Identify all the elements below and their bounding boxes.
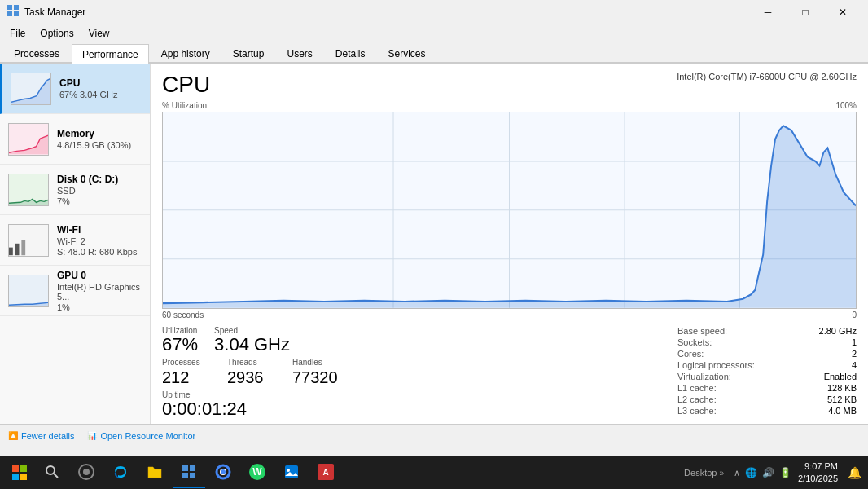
- sockets-key: Sockets:: [677, 337, 712, 347]
- disk-sidebar-info: Disk 0 (C: D:) SSD 7%: [57, 174, 142, 206]
- panel-title: CPU: [162, 72, 210, 98]
- wifi-thumbnail: [8, 224, 49, 257]
- tabs-bar: Processes Performance App history Startu…: [0, 42, 868, 64]
- util-label-stat: Utilization: [162, 326, 198, 335]
- network-icon[interactable]: 🌐: [745, 467, 757, 478]
- fewer-details-link[interactable]: 🔼 Fewer details: [8, 431, 74, 441]
- tab-services[interactable]: Services: [378, 44, 436, 62]
- start-button[interactable]: [7, 460, 33, 486]
- taskbar-search[interactable]: [36, 457, 68, 488]
- taskbar-explorer[interactable]: [138, 457, 171, 488]
- sidebar: CPU 67% 3.04 GHz Memory 4.8/15.9 GB (30%…: [0, 64, 151, 424]
- cores-val: 2: [852, 349, 857, 359]
- tab-users[interactable]: Users: [276, 44, 322, 62]
- info-sockets: Sockets: 1: [677, 337, 857, 347]
- menu-options[interactable]: Options: [33, 26, 80, 41]
- gpu-sidebar-info: GPU 0 Intel(R) HD Graphics 5... 1%: [57, 270, 142, 312]
- wifi-name: Wi-Fi: [57, 224, 142, 236]
- base-speed-key: Base speed:: [677, 326, 727, 336]
- app-icon: [7, 4, 20, 20]
- taskbar-edge[interactable]: [104, 457, 137, 488]
- sidebar-item-disk[interactable]: Disk 0 (C: D:) SSD 7%: [0, 165, 150, 215]
- menu-view[interactable]: View: [82, 26, 116, 41]
- info-cores: Cores: 2: [677, 349, 857, 359]
- util-label: % Utilization: [162, 101, 207, 110]
- speed-label: Speed: [214, 326, 290, 335]
- title-bar: Task Manager ─ □ ✕: [0, 0, 868, 24]
- sidebar-item-memory[interactable]: Memory 4.8/15.9 GB (30%): [0, 114, 150, 165]
- taskbar-photos[interactable]: [275, 457, 308, 488]
- svg-rect-7: [9, 247, 13, 255]
- tab-startup[interactable]: Startup: [222, 44, 275, 62]
- svg-rect-26: [182, 465, 188, 471]
- menu-bar: File Options View: [0, 24, 868, 42]
- sidebar-item-cpu[interactable]: CPU 67% 3.04 GHz: [0, 64, 150, 114]
- disk-detail2: 7%: [57, 196, 142, 206]
- svg-rect-22: [12, 474, 19, 480]
- panel-subtitle: Intel(R) Core(TM) i7-6600U CPU @ 2.60GHz: [677, 72, 857, 82]
- systray: ∧ 🌐 🔊 🔋: [734, 467, 791, 478]
- taskbar-cortana[interactable]: [70, 457, 103, 488]
- time-label-right: 0: [852, 311, 857, 319]
- svg-point-24: [46, 466, 55, 474]
- minimize-button[interactable]: ─: [749, 0, 787, 24]
- sidebar-item-wifi[interactable]: Wi-Fi Wi-Fi 2 S: 48.0 R: 680 Kbps: [0, 215, 150, 266]
- taskbar-time: 9:07 PM: [798, 460, 838, 473]
- cores-key: Cores:: [677, 349, 704, 359]
- menu-file[interactable]: File: [3, 26, 32, 41]
- util-value: 67%: [162, 335, 198, 355]
- open-resource-monitor-link[interactable]: 📊 Open Resource Monitor: [87, 431, 195, 441]
- svg-rect-33: [285, 465, 298, 478]
- cpu-detail: 67% 3.04 GHz: [59, 90, 142, 99]
- stat-sub-row-values: 212 2936 77320: [162, 368, 664, 387]
- info-l1: L1 cache: 128 KB: [677, 383, 857, 393]
- stats-left: Utilization 67% Speed 3.04 GHz Processes…: [162, 326, 664, 419]
- info-virt: Virtualization: Enabled: [677, 372, 857, 381]
- show-hidden-icon[interactable]: ∧: [734, 468, 740, 478]
- svg-marker-6: [9, 199, 48, 205]
- memory-detail: 4.8/15.9 GB (30%): [57, 140, 142, 150]
- info-l2: L2 cache: 512 KB: [677, 394, 857, 404]
- stat-sub-row-labels: Processes Threads Handles: [162, 358, 664, 367]
- taskbar-taskmanager[interactable]: [173, 457, 205, 488]
- speed-value: 3.04 GHz: [214, 335, 290, 355]
- panel-header: CPU Intel(R) Core(TM) i7-6600U CPU @ 2.6…: [162, 72, 857, 98]
- cpu-name: CPU: [59, 77, 142, 89]
- notification-icon[interactable]: 🔔: [848, 466, 861, 479]
- taskbar-right: Desktop » ∧ 🌐 🔊 🔋 9:07 PM 2/10/2025 🔔: [684, 460, 861, 486]
- gpu-thumbnail: [8, 275, 49, 307]
- tab-processes[interactable]: Processes: [3, 44, 70, 62]
- gpu-detail2: 1%: [57, 302, 142, 312]
- svg-point-34: [287, 469, 290, 472]
- tab-apphistory[interactable]: App history: [151, 44, 221, 62]
- taskbar-chrome[interactable]: [207, 457, 239, 488]
- sidebar-item-gpu[interactable]: GPU 0 Intel(R) HD Graphics 5... 1%: [0, 266, 150, 316]
- taskbar-clock[interactable]: 9:07 PM 2/10/2025: [798, 460, 838, 486]
- maximize-button[interactable]: □: [787, 0, 824, 24]
- taskbar-whatsapp[interactable]: W: [241, 457, 274, 488]
- sockets-val: 1: [852, 337, 857, 347]
- battery-icon[interactable]: 🔋: [779, 467, 791, 478]
- taskbar-desktop-label[interactable]: Desktop »: [684, 468, 724, 478]
- volume-icon[interactable]: 🔊: [762, 467, 774, 478]
- cpu-info-table: Base speed: 2.80 GHz Sockets: 1 Cores: 2…: [677, 326, 857, 416]
- wifi-detail2: S: 48.0 R: 680 Kbps: [57, 247, 142, 257]
- processes-value: 212: [162, 368, 211, 387]
- main-content: CPU 67% 3.04 GHz Memory 4.8/15.9 GB (30%…: [0, 64, 868, 424]
- taskbar-app9[interactable]: A: [309, 457, 342, 488]
- svg-rect-27: [190, 465, 195, 471]
- disk-detail1: SSD: [57, 186, 142, 196]
- fewer-details-label: Fewer details: [21, 431, 74, 441]
- tab-performance[interactable]: Performance: [72, 44, 149, 64]
- close-button[interactable]: ✕: [824, 0, 861, 24]
- gpu-detail1: Intel(R) HD Graphics 5...: [57, 282, 142, 302]
- handles-value: 77320: [292, 368, 341, 387]
- l3-key: L3 cache:: [677, 406, 717, 416]
- svg-rect-1: [14, 5, 19, 10]
- chart-time-labels: 60 seconds 0: [162, 311, 857, 319]
- tab-details[interactable]: Details: [325, 44, 376, 62]
- taskbar-apps: W A: [36, 457, 342, 488]
- stats-right: Base speed: 2.80 GHz Sockets: 1 Cores: 2…: [677, 326, 857, 419]
- svg-rect-8: [15, 243, 20, 254]
- handles-label: Handles: [292, 358, 341, 367]
